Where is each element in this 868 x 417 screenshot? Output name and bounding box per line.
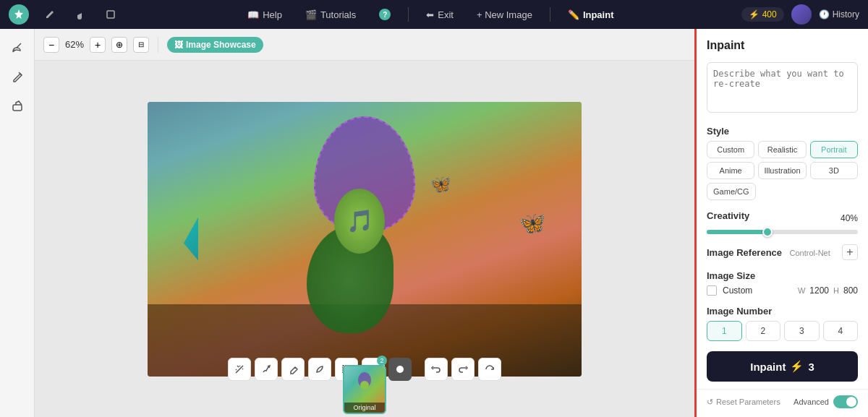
user-avatar[interactable]	[791, 4, 812, 25]
style-illustration-btn[interactable]: Illustration	[758, 162, 806, 179]
hand-tool-btn[interactable]	[71, 7, 90, 22]
image-size-section: Image Size Custom W 1200 H 800	[707, 270, 858, 296]
prompt-section	[707, 62, 858, 116]
frame-tool-btn[interactable]	[101, 7, 120, 22]
zoom-out-button[interactable]: −	[43, 37, 59, 53]
fit-button[interactable]: ⊟	[133, 37, 149, 53]
height-value: 800	[843, 285, 858, 296]
slider-thumb	[762, 227, 773, 237]
number-3-btn[interactable]: 3	[784, 321, 820, 341]
img-size-row: Custom W 1200 H 800	[707, 285, 858, 296]
custom-size-checkbox[interactable]	[707, 285, 717, 296]
canvas-topbar: − 62% + ⊕ ⊟ 🖼 Image Showcase	[35, 29, 694, 61]
style-realistic-btn[interactable]: Realistic	[758, 141, 806, 158]
add-reference-btn[interactable]: +	[842, 244, 858, 260]
fill-btn[interactable]	[388, 358, 412, 381]
canvas-image[interactable]: 🎵 🦋 🦋	[148, 102, 582, 377]
thumbnail-label: Original	[344, 403, 385, 413]
toggle-knob	[846, 397, 856, 407]
height-label: H	[833, 286, 839, 295]
creativity-value: 40%	[841, 213, 858, 223]
reset-parameters-btn[interactable]: ↺ Reset Parameters	[707, 397, 780, 407]
panel-footer: ↺ Reset Parameters Advanced	[697, 389, 868, 414]
redo-btn[interactable]	[451, 358, 475, 381]
inpaint-credits-count: 3	[808, 361, 814, 373]
question-button[interactable]: ?	[373, 6, 396, 23]
main-layout: − 62% + ⊕ ⊟ 🖼 Image Showcase	[0, 29, 868, 417]
style-custom-btn[interactable]: Custom	[707, 141, 754, 158]
lightning-icon-btn: ⚡	[790, 360, 804, 373]
right-panel: Inpaint Style Custom Realistic Portrait …	[694, 29, 868, 417]
reset-icon: ↺	[707, 397, 713, 407]
exit-label: Exit	[438, 9, 454, 20]
thumbnail-strip: Original	[343, 365, 386, 414]
panel-title: Inpaint	[707, 39, 858, 52]
creativity-section: Creativity 40%	[707, 210, 858, 234]
image-reference-section: Image Reference Control-Net +	[707, 244, 858, 260]
brush-tool-bottom-btn[interactable]	[255, 358, 278, 381]
style-anime-btn[interactable]: Anime	[707, 162, 754, 179]
magic-wand-btn[interactable]	[228, 358, 251, 381]
inpaint-button[interactable]: Inpaint ⚡ 3	[707, 351, 858, 382]
number-4-btn[interactable]: 4	[823, 321, 859, 341]
creativity-slider[interactable]	[707, 230, 858, 234]
undo-btn[interactable]	[425, 358, 448, 381]
eraser-tool-btn[interactable]	[6, 94, 29, 117]
inpaint-nav-button[interactable]: ✏️ Inpaint	[562, 7, 620, 23]
credits-badge: ⚡ 400	[741, 7, 784, 22]
inpaint-nav-label: Inpaint	[583, 9, 614, 20]
image-number-section: Image Number 1 2 3 4	[707, 306, 858, 341]
clock-icon: 🕐	[819, 9, 830, 20]
brush-tool-btn[interactable]	[6, 36, 29, 59]
tutorials-button[interactable]: 🎬 Tutorials	[299, 7, 362, 23]
top-navigation: 📖 Help 🎬 Tutorials ? ⬅ Exit + New Image …	[0, 0, 868, 29]
canvas-area: − 62% + ⊕ ⊟ 🖼 Image Showcase	[35, 29, 694, 417]
showcase-label: Image Showcase	[186, 40, 256, 50]
zoom-value: 62%	[62, 39, 87, 50]
original-thumbnail[interactable]: Original	[343, 365, 386, 414]
style-portrait-btn[interactable]: Portrait	[810, 141, 858, 158]
exit-button[interactable]: ⬅ Exit	[420, 7, 459, 23]
help-button[interactable]: 📖 Help	[242, 7, 288, 23]
crosshair-button[interactable]: ⊕	[111, 37, 127, 53]
pen-tool-btn-left[interactable]	[6, 65, 29, 88]
advanced-toggle[interactable]	[833, 395, 858, 408]
number-2-btn[interactable]: 2	[746, 321, 781, 341]
video-icon: 🎬	[305, 9, 317, 20]
history-label: History	[833, 9, 859, 20]
svg-rect-0	[107, 11, 114, 18]
reset-label: Reset Parameters	[716, 397, 780, 406]
slider-fill	[707, 230, 767, 234]
number-1-btn[interactable]: 1	[707, 321, 742, 341]
new-image-button[interactable]: + New Image	[471, 7, 538, 23]
zoom-in-button[interactable]: +	[90, 37, 106, 53]
control-net-label: Control-Net	[790, 249, 830, 257]
lasso-btn[interactable]	[308, 358, 331, 381]
style-gamecg-btn[interactable]: Game/CG	[707, 183, 756, 200]
history-button[interactable]: 🕐 History	[819, 9, 859, 20]
svg-point-3	[396, 366, 404, 373]
tutorials-label: Tutorials	[320, 9, 356, 20]
prompt-textarea[interactable]	[707, 62, 858, 113]
credits-value: 400	[762, 9, 777, 20]
image-number-label: Image Number	[707, 306, 858, 317]
topnav-right: ⚡ 400 🕐 History	[741, 4, 859, 25]
refresh-btn[interactable]	[478, 358, 501, 381]
app-logo[interactable]	[9, 4, 29, 25]
image-icon: 🖼	[174, 40, 183, 50]
img-ref-labels: Image Reference Control-Net	[707, 246, 830, 259]
showcase-nav-pill[interactable]: 🖼 Image Showcase	[167, 37, 263, 53]
new-image-label: + New Image	[477, 9, 532, 20]
svg-rect-1	[13, 105, 22, 111]
eraser-bottom-btn[interactable]	[281, 358, 305, 381]
img-size-fields: W 1200 H 800	[798, 285, 858, 296]
advanced-row: Advanced	[793, 395, 858, 408]
topbar-separator	[158, 37, 158, 53]
image-size-label: Image Size	[707, 270, 858, 281]
book-icon: 📖	[247, 9, 259, 20]
pen-tool-btn[interactable]	[41, 7, 59, 22]
creativity-label: Creativity	[707, 210, 749, 221]
style-3d-btn[interactable]: 3D	[810, 162, 858, 179]
nav-divider-2	[550, 7, 550, 22]
img-ref-label: Image Reference	[707, 247, 782, 258]
